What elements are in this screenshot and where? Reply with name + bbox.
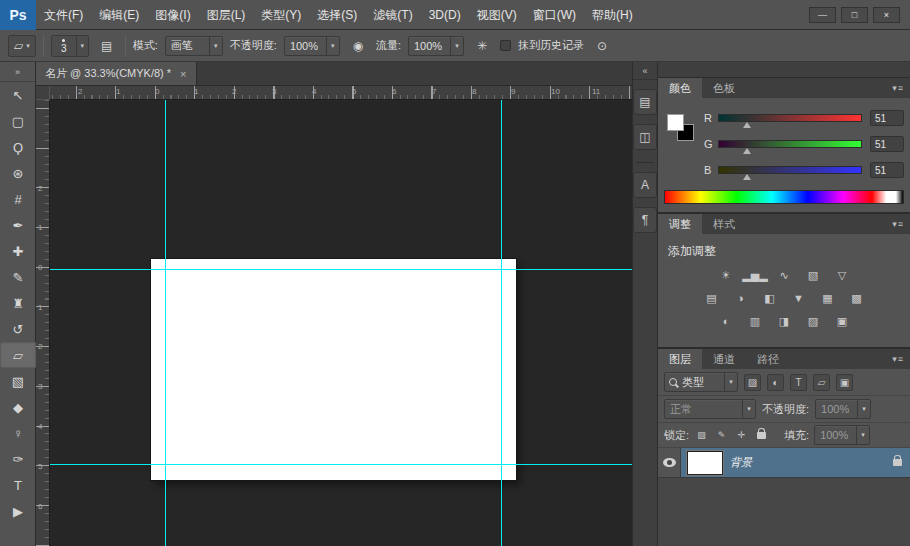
menu-window[interactable]: 窗口(W) <box>525 0 584 30</box>
layer-filter-dropdown[interactable]: 类型 ▾ <box>664 372 738 392</box>
adjustment-channel-mixer-icon[interactable]: ▦ <box>817 290 839 306</box>
adjustment-photo-filter-icon[interactable]: ▼ <box>788 290 810 306</box>
menu-edit[interactable]: 编辑(E) <box>91 0 147 30</box>
spot-healing-brush-tool[interactable]: ✚ <box>0 238 36 264</box>
move-tool[interactable]: ↖ <box>0 82 36 108</box>
menu-file[interactable]: 文件(F) <box>36 0 91 30</box>
lasso-tool[interactable]: Ϙ <box>0 134 36 160</box>
adjustment-brightness-contrast-icon[interactable]: ☀ <box>715 267 737 283</box>
close-button[interactable]: × <box>873 7 900 23</box>
menu-image[interactable]: 图像(I) <box>147 0 198 30</box>
tab-swatches[interactable]: 色板 <box>702 78 746 98</box>
guide-vertical-right[interactable] <box>501 100 502 546</box>
brush-tool[interactable]: ✎ <box>0 264 36 290</box>
panel-menu-icon[interactable]: ▾≡ <box>886 214 910 234</box>
menu-view[interactable]: 视图(V) <box>469 0 525 30</box>
vertical-ruler[interactable]: 2 1 0 1 2 3 4 5 6 <box>36 100 50 546</box>
horizontal-ruler[interactable]: 2 1 0 1 2 3 4 5 6 7 8 9 10 11 <box>50 86 632 100</box>
blend-mode-dropdown[interactable]: 正常 ▾ <box>664 399 756 419</box>
layer-visibility-toggle[interactable] <box>658 448 681 477</box>
panel-menu-icon[interactable]: ▾≡ <box>886 349 910 369</box>
tab-styles[interactable]: 样式 <box>702 214 746 234</box>
pen-tool[interactable]: ✑ <box>0 446 36 472</box>
crop-tool[interactable]: # <box>0 186 36 212</box>
menu-help[interactable]: 帮助(H) <box>584 0 641 30</box>
type-tool[interactable]: T <box>0 472 36 498</box>
minimize-button[interactable]: — <box>809 7 836 23</box>
adjustment-vibrance-icon[interactable]: ▽ <box>831 267 853 283</box>
slider-thumb[interactable] <box>743 148 751 154</box>
red-channel-value[interactable]: 51 <box>870 110 904 126</box>
expand-panels-button[interactable]: « <box>633 62 657 80</box>
blue-channel-value[interactable]: 51 <box>870 162 904 178</box>
slider-thumb[interactable] <box>743 174 751 180</box>
menu-select[interactable]: 选择(S) <box>309 0 365 30</box>
lock-image-pixels-icon[interactable]: ✎ <box>714 428 729 443</box>
adjustment-levels-icon[interactable]: ▂▅▂ <box>744 267 766 283</box>
guide-horizontal-bottom[interactable] <box>50 464 632 465</box>
dodge-tool[interactable]: ♀ <box>0 420 36 446</box>
adjustment-invert-icon[interactable]: ◐ <box>715 313 737 329</box>
adjustment-gradient-map-icon[interactable]: ▨ <box>802 313 824 329</box>
toggle-brush-panel-button[interactable]: ▤ <box>96 35 118 56</box>
eraser-tool[interactable]: ▱ <box>0 342 36 368</box>
guide-horizontal-top[interactable] <box>50 269 632 270</box>
adjustment-selective-color-icon[interactable]: ▣ <box>831 313 853 329</box>
color-spectrum-ramp[interactable] <box>664 190 904 204</box>
tab-layers[interactable]: 图层 <box>658 349 702 369</box>
filter-smart-objects-icon[interactable]: ▣ <box>836 374 853 391</box>
tab-color[interactable]: 颜色 <box>658 78 702 98</box>
menu-layer[interactable]: 图层(L) <box>199 0 254 30</box>
layer-row-main[interactable]: 背景 <box>681 448 910 477</box>
blur-tool[interactable]: ◆ <box>0 394 36 420</box>
airbrush-icon[interactable]: ✳ <box>471 35 493 56</box>
adjustment-curves-icon[interactable]: ∿ <box>773 267 795 283</box>
history-panel-button[interactable]: ▤ <box>633 89 657 115</box>
guide-vertical-left[interactable] <box>165 100 166 546</box>
collapse-tools-button[interactable]: » <box>0 62 35 82</box>
foreground-color-swatch[interactable] <box>667 114 684 131</box>
clone-stamp-tool[interactable]: ♜ <box>0 290 36 316</box>
tab-adjustments[interactable]: 调整 <box>658 214 702 234</box>
layer-fill-dropdown[interactable]: 100% ▾ <box>814 425 870 445</box>
adjustment-black-white-icon[interactable]: ◧ <box>759 290 781 306</box>
properties-panel-button[interactable]: ◫ <box>633 124 657 150</box>
tool-preset-picker[interactable]: ▱ ▾ <box>8 35 36 57</box>
flow-dropdown[interactable]: 100% ▾ <box>408 36 464 56</box>
quick-selection-tool[interactable]: ⊛ <box>0 160 36 186</box>
erase-to-history-checkbox[interactable] <box>500 40 511 51</box>
red-channel-slider[interactable] <box>718 114 862 122</box>
character-panel-button[interactable]: A <box>633 172 657 198</box>
adjustment-hue-saturation-icon[interactable]: ▤ <box>701 290 723 306</box>
menu-3d[interactable]: 3D(D) <box>421 0 469 30</box>
tab-close-icon[interactable]: × <box>180 68 186 80</box>
history-brush-tool[interactable]: ↺ <box>0 316 36 342</box>
lock-transparent-pixels-icon[interactable]: ▨ <box>694 428 709 443</box>
ruler-origin-corner[interactable] <box>36 86 50 100</box>
gradient-tool[interactable]: ▧ <box>0 368 36 394</box>
blue-channel-slider[interactable] <box>718 166 862 174</box>
document-canvas[interactable] <box>151 259 516 480</box>
rectangular-marquee-tool[interactable]: ▢ <box>0 108 36 134</box>
adjustment-threshold-icon[interactable]: ◨ <box>773 313 795 329</box>
tab-channels[interactable]: 通道 <box>702 349 746 369</box>
adjustment-posterize-icon[interactable]: ▥ <box>744 313 766 329</box>
brush-preset-picker[interactable]: 3 ▾ <box>51 35 89 57</box>
filter-type-layers-icon[interactable]: T <box>790 374 807 391</box>
filter-pixel-layers-icon[interactable]: ▨ <box>744 374 761 391</box>
lock-position-icon[interactable]: ✛ <box>734 428 749 443</box>
opacity-dropdown[interactable]: 100% ▾ <box>284 36 340 56</box>
eyedropper-tool[interactable]: ✒ <box>0 212 36 238</box>
mode-dropdown[interactable]: 画笔 ▾ <box>165 36 223 56</box>
menu-filter[interactable]: 滤镜(T) <box>365 0 420 30</box>
filter-shape-layers-icon[interactable]: ▱ <box>813 374 830 391</box>
document-tab[interactable]: 名片 @ 33.3%(CMYK/8) * × <box>36 62 197 85</box>
foreground-background-swatches[interactable] <box>667 114 697 144</box>
adjustment-color-lookup-icon[interactable]: ▩ <box>846 290 868 306</box>
lock-all-button[interactable] <box>754 428 769 443</box>
menu-type[interactable]: 类型(Y) <box>253 0 309 30</box>
paragraph-panel-button[interactable]: ¶ <box>633 207 657 233</box>
layer-row-background[interactable]: 背景 <box>658 448 910 478</box>
path-selection-tool[interactable]: ▶ <box>0 498 36 524</box>
layer-thumbnail[interactable] <box>687 451 723 475</box>
